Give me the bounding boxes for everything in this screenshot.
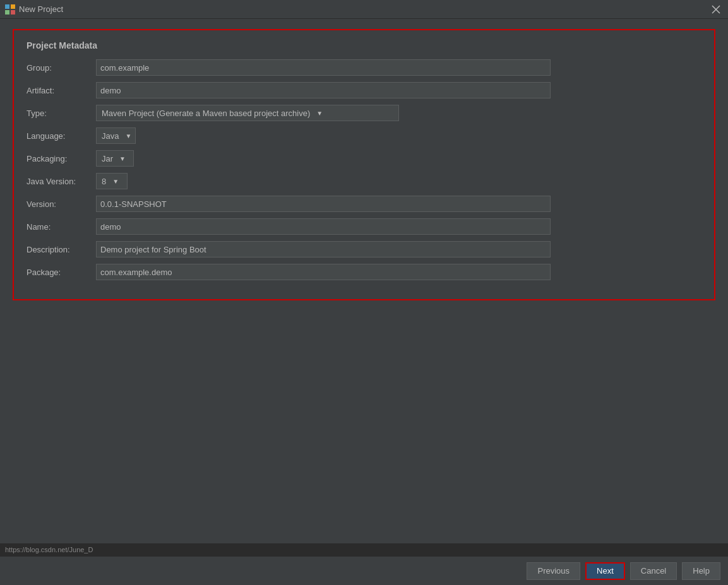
packaging-label: Packaging:	[27, 154, 96, 163]
next-button[interactable]: Next	[585, 562, 625, 580]
version-input[interactable]	[96, 196, 551, 212]
description-row: Description:	[27, 241, 701, 257]
previous-button[interactable]: Previous	[527, 562, 580, 580]
packaging-row: Packaging: Jar ▼	[27, 150, 701, 167]
svg-rect-1	[11, 4, 15, 9]
panel-title: Project Metadata	[27, 40, 701, 50]
version-label: Version:	[27, 199, 96, 209]
status-bar: https://blog.csdn.net/June_D	[0, 543, 728, 556]
cancel-button[interactable]: Cancel	[630, 562, 677, 580]
help-button[interactable]: Help	[682, 562, 720, 580]
window-title: New Project	[19, 4, 709, 14]
svg-rect-2	[5, 10, 9, 15]
package-input[interactable]	[96, 264, 551, 280]
java-version-dropdown-icon: ▼	[111, 178, 120, 185]
type-select-value: Maven Project (Generate a Maven based pr…	[99, 109, 313, 118]
app-icon	[5, 4, 15, 15]
type-select[interactable]: Maven Project (Generate a Maven based pr…	[96, 105, 399, 121]
main-content: Project Metadata Group: Artifact: Type: …	[0, 19, 728, 585]
close-button[interactable]	[709, 3, 723, 16]
name-row: Name:	[27, 218, 701, 235]
bottom-bar: Previous Next Cancel Help	[0, 556, 728, 585]
group-label: Group:	[27, 63, 96, 73]
description-label: Description:	[27, 245, 96, 254]
title-bar: New Project	[0, 0, 728, 19]
java-version-row: Java Version: 8 ▼	[27, 173, 701, 189]
java-version-select[interactable]: 8 ▼	[96, 173, 128, 189]
description-input[interactable]	[96, 241, 551, 257]
packaging-dropdown-icon: ▼	[118, 155, 127, 162]
svg-rect-0	[5, 4, 9, 9]
svg-rect-3	[11, 10, 15, 15]
language-select[interactable]: Java ▼	[96, 127, 136, 144]
language-select-value: Java	[99, 131, 121, 141]
group-row: Group:	[27, 59, 701, 76]
packaging-select-value: Jar	[99, 154, 116, 163]
java-version-select-value: 8	[99, 177, 109, 186]
type-label: Type:	[27, 109, 96, 118]
package-label: Package:	[27, 268, 96, 277]
status-url: https://blog.csdn.net/June_D	[5, 546, 93, 553]
name-label: Name:	[27, 222, 96, 232]
artifact-input[interactable]	[96, 82, 551, 98]
packaging-select[interactable]: Jar ▼	[96, 150, 134, 167]
group-input[interactable]	[96, 59, 551, 76]
type-row: Type: Maven Project (Generate a Maven ba…	[27, 105, 701, 121]
version-row: Version:	[27, 196, 701, 212]
name-input[interactable]	[96, 218, 551, 235]
language-dropdown-icon: ▼	[124, 133, 133, 139]
language-row: Language: Java ▼	[27, 127, 701, 144]
project-metadata-panel: Project Metadata Group: Artifact: Type: …	[13, 29, 715, 300]
package-row: Package:	[27, 264, 701, 280]
java-version-label: Java Version:	[27, 177, 96, 186]
artifact-label: Artifact:	[27, 86, 96, 95]
type-dropdown-icon: ▼	[315, 110, 324, 117]
language-label: Language:	[27, 131, 96, 141]
artifact-row: Artifact:	[27, 82, 701, 98]
